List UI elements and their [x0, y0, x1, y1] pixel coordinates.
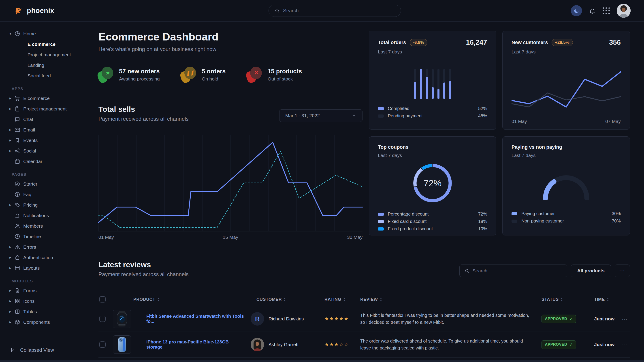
check-icon: ✓ — [569, 317, 572, 321]
chevron-right-icon: ▸ — [10, 309, 14, 314]
product-link[interactable]: Fitbit Sense Advanced Smartwatch with To… — [146, 314, 250, 324]
brand-logo[interactable]: phoenix — [14, 6, 54, 16]
sidebar-item-project-management-home[interactable]: Project management — [0, 49, 85, 60]
customer-name: Ashley Garrett — [268, 342, 298, 347]
column-header-time[interactable]: TIME — [594, 297, 622, 302]
sidebar-item-layouts[interactable]: ▸ Layouts — [0, 263, 85, 273]
collapse-icon — [10, 347, 16, 353]
reviews-table: PRODUCT CUSTOMER RATING REVIEW STATUS — [98, 293, 630, 362]
column-header-product[interactable]: PRODUCT — [113, 297, 250, 302]
apps-grid-icon[interactable] — [602, 7, 610, 14]
calendar-icon — [14, 158, 23, 164]
sidebar-item-notifications[interactable]: Notifications — [0, 210, 85, 221]
sidebar-item-errors[interactable]: ▸ Errors — [0, 242, 85, 252]
sidebar-item-home[interactable]: ▾ Home — [0, 28, 85, 39]
select-all-checkbox[interactable] — [99, 296, 106, 303]
theme-toggle-button[interactable] — [571, 5, 582, 16]
bell-icon — [14, 212, 23, 218]
row-checkbox[interactable] — [99, 316, 106, 322]
sidebar-item-icons[interactable]: ▸ Icons — [0, 296, 85, 306]
cart-icon — [14, 95, 23, 101]
reviews-search-input[interactable] — [472, 268, 562, 274]
legend-item: Fixed product discount 10% — [378, 225, 487, 233]
trend-badge: -6.8% — [410, 39, 428, 46]
new-orders-star-icon: ★ — [98, 67, 113, 83]
notifications-bell-icon[interactable] — [589, 7, 596, 14]
lock-icon — [14, 255, 23, 261]
sort-icon — [157, 298, 160, 301]
chevron-down-icon: ▾ — [10, 31, 14, 36]
total-sells-title: Total sells — [98, 105, 189, 114]
collapse-sidebar-button[interactable]: Collapsed View — [0, 340, 85, 360]
sidebar-item-members[interactable]: Members — [0, 221, 85, 231]
on-hold-pause-icon: ❚❚ — [181, 67, 196, 83]
product-link[interactable]: iPhone 13 pro max-Pacific Blue-128GB sto… — [146, 340, 250, 350]
global-search[interactable] — [268, 5, 401, 17]
sidebar-item-forms[interactable]: ▸ Forms — [0, 285, 85, 296]
sidebar-item-label: Home — [23, 31, 36, 36]
column-header-status[interactable]: STATUS — [542, 297, 594, 302]
customer-avatar-photo[interactable] — [250, 338, 264, 351]
product-thumbnail-iphone[interactable] — [113, 335, 131, 354]
total-sells-x-axis: 01 May 15 May 30 May — [98, 235, 362, 240]
sidebar-item-pricing[interactable]: ▸ Pricing — [0, 200, 85, 210]
sidebar-item-events[interactable]: ▸ Events — [0, 135, 85, 146]
user-avatar[interactable] — [617, 4, 630, 18]
ellipsis-icon: ··· — [620, 268, 625, 274]
horizontal-scrollbar[interactable] — [0, 360, 644, 362]
product-thumbnail-smartwatch[interactable] — [113, 310, 131, 328]
pie-chart-icon — [14, 31, 23, 37]
sidebar-item-project-management-app[interactable]: ▸ Project management — [0, 103, 85, 114]
row-actions-button[interactable]: ··· — [622, 342, 630, 347]
more-options-button[interactable]: ··· — [615, 265, 630, 277]
sidebar-section-apps: APPS — [12, 87, 85, 91]
column-header-customer[interactable]: CUSTOMER — [250, 297, 324, 302]
column-header-rating[interactable]: RATING — [324, 297, 360, 302]
row-actions-button[interactable]: ··· — [622, 316, 630, 322]
check-icon: ✓ — [569, 342, 572, 347]
sidebar-item-calendar[interactable]: Calendar — [0, 156, 85, 167]
sidebar-item-social[interactable]: ▸ Social — [0, 146, 85, 156]
sidebar-item-components[interactable]: ▸ Components — [0, 317, 85, 327]
phoenix-logo-icon — [14, 6, 24, 16]
out-of-stock-x-icon: ✕ — [247, 67, 262, 83]
reviews-search[interactable] — [460, 265, 567, 277]
warning-triangle-icon — [14, 244, 23, 250]
all-products-button[interactable]: All products — [571, 265, 611, 277]
grid-squares-icon — [14, 298, 23, 304]
sidebar-item-chat[interactable]: Chat — [0, 114, 85, 125]
customer-avatar-initial[interactable]: R — [250, 312, 264, 326]
latest-reviews-section: Latest reviews Payment received across a… — [85, 247, 644, 362]
sidebar-item-tables[interactable]: ▸ Tables — [0, 306, 85, 317]
sidebar: ▾ Home E commerce Project management Lan… — [0, 22, 85, 360]
sidebar-item-authentication[interactable]: ▸ Authentication — [0, 252, 85, 263]
page-title: Ecommerce Dashboard — [98, 31, 362, 43]
paying-vs-nonpaying-card: Paying vs non paying Last 7 days Paying … — [502, 136, 630, 235]
sidebar-item-timeline[interactable]: Timeline — [0, 231, 85, 242]
sidebar-item-faq[interactable]: Faq — [0, 189, 85, 200]
sidebar-item-landing[interactable]: Landing — [0, 60, 85, 70]
sort-icon — [607, 298, 609, 301]
sidebar-item-starter[interactable]: Starter — [0, 179, 85, 189]
sidebar-item-ecommerce-app[interactable]: ▸ E commerce — [0, 93, 85, 103]
search-input[interactable] — [283, 8, 395, 14]
chevron-right-icon: ▸ — [10, 266, 14, 270]
sidebar-item-email[interactable]: ▸ Email — [0, 125, 85, 135]
chevron-right-icon: ▸ — [10, 96, 14, 101]
question-circle-icon — [14, 191, 23, 197]
sort-icon — [284, 298, 286, 301]
tag-icon — [14, 202, 23, 208]
chevron-right-icon: ▸ — [10, 299, 14, 304]
date-range-select[interactable]: Mar 1 - 31, 2022 — [279, 109, 362, 122]
chevron-right-icon: ▸ — [10, 320, 14, 325]
column-header-review[interactable]: REVIEW — [360, 297, 542, 302]
share-nodes-icon — [14, 148, 23, 154]
stats-row: ★ 57 new orders Awating processing ❚❚ 5 … — [98, 67, 362, 83]
sidebar-item-ecommerce-home[interactable]: E commerce — [0, 39, 85, 49]
sidebar-item-social-feed[interactable]: Social feed — [0, 70, 85, 81]
row-checkbox[interactable] — [99, 342, 106, 348]
moon-icon — [574, 8, 579, 14]
new-customers-card: New customers +26.5% 356 Last 7 days 01 … — [502, 31, 630, 130]
chevron-right-icon: ▸ — [10, 138, 14, 143]
legend-item: Non-paying customer 70% — [512, 217, 621, 225]
